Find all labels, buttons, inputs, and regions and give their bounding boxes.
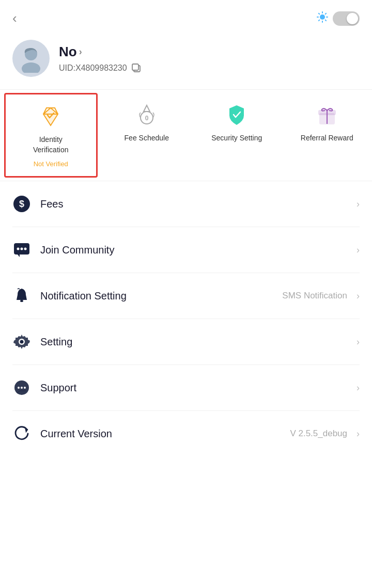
menu-item-setting[interactable]: Setting › <box>12 319 360 365</box>
referral-reward-label: Referral Reward <box>301 133 353 144</box>
back-button[interactable]: ‹ <box>12 10 17 26</box>
svg-text:$: $ <box>19 199 24 209</box>
setting-label: Setting <box>40 336 347 348</box>
menu-item-current-version[interactable]: Current Version V 2.5.5_debug › <box>12 411 360 456</box>
shield-icon <box>223 101 250 128</box>
quick-action-fee-schedule[interactable]: 0 Fee Schedule <box>102 90 192 181</box>
security-setting-label: Security Setting <box>211 133 262 144</box>
fees-chevron: › <box>357 199 360 210</box>
current-version-chevron: › <box>357 428 360 439</box>
svg-point-33 <box>21 387 23 389</box>
toggle-thumb <box>347 13 358 24</box>
copy-uid-button[interactable] <box>131 63 142 73</box>
menu-list: $ Fees › Join Community › <box>0 181 372 456</box>
support-icon <box>12 378 31 397</box>
support-chevron: › <box>357 383 360 393</box>
quick-action-security-setting[interactable]: Security Setting <box>192 90 282 181</box>
svg-point-32 <box>18 387 20 389</box>
sun-icon <box>316 11 329 26</box>
refresh-icon <box>12 424 31 443</box>
support-label: Support <box>40 382 347 394</box>
join-community-chevron: › <box>357 245 360 256</box>
profile-name[interactable]: No › <box>59 44 142 60</box>
current-version-sub: V 2.5.5_debug <box>290 428 347 439</box>
uid-text: UID:X4809983230 <box>59 63 127 73</box>
theme-toggle[interactable] <box>316 11 360 26</box>
top-bar: ‹ <box>0 0 372 31</box>
gift-icon <box>314 101 340 128</box>
current-version-label: Current Version <box>40 428 281 440</box>
notification-setting-sub: SMS Notification <box>282 291 347 301</box>
notification-setting-label: Notification Setting <box>40 290 273 302</box>
svg-point-10 <box>22 62 40 73</box>
diamond-icon <box>37 103 64 130</box>
menu-item-support[interactable]: Support › <box>12 365 360 411</box>
name-text: No <box>59 44 77 60</box>
svg-point-34 <box>24 387 26 389</box>
profile-uid: UID:X4809983230 <box>59 63 142 73</box>
join-community-label: Join Community <box>40 244 347 256</box>
svg-line-6 <box>326 20 326 20</box>
svg-rect-12 <box>132 64 138 70</box>
medal-icon: 0 <box>133 101 160 128</box>
svg-line-8 <box>319 20 319 20</box>
quick-actions-row: Identity Verification Not Verified 0 Fee… <box>0 89 372 181</box>
identity-verification-status: Not Verified <box>34 160 68 168</box>
svg-point-25 <box>21 248 23 250</box>
setting-chevron: › <box>357 337 360 347</box>
svg-point-0 <box>320 14 325 20</box>
quick-action-referral-reward[interactable]: Referral Reward <box>282 90 373 181</box>
notification-setting-chevron: › <box>357 291 360 301</box>
svg-marker-17 <box>144 105 150 112</box>
fees-label: Fees <box>40 198 347 210</box>
quick-action-identity-verification[interactable]: Identity Verification Not Verified <box>4 93 98 178</box>
gear-icon <box>12 332 31 351</box>
profile-info: No › UID:X4809983230 <box>59 44 142 73</box>
bell-icon <box>12 287 31 305</box>
svg-point-26 <box>24 248 27 250</box>
dollar-icon: $ <box>12 195 31 213</box>
svg-text:0: 0 <box>145 115 148 122</box>
identity-verification-label: Identity Verification <box>33 135 68 155</box>
menu-item-fees[interactable]: $ Fees › <box>12 181 360 227</box>
profile-section: No › UID:X4809983230 <box>0 31 372 89</box>
svg-rect-27 <box>20 300 23 302</box>
svg-line-7 <box>326 13 326 13</box>
svg-line-5 <box>319 13 319 13</box>
svg-point-30 <box>20 340 24 344</box>
chat-icon <box>12 241 31 259</box>
menu-item-notification-setting[interactable]: Notification Setting SMS Notification › <box>12 273 360 319</box>
name-chevron: › <box>79 46 82 57</box>
svg-point-24 <box>17 248 20 250</box>
fee-schedule-label: Fee Schedule <box>125 133 169 144</box>
toggle-track[interactable] <box>333 11 360 26</box>
avatar[interactable] <box>12 40 50 77</box>
menu-item-join-community[interactable]: Join Community › <box>12 227 360 273</box>
